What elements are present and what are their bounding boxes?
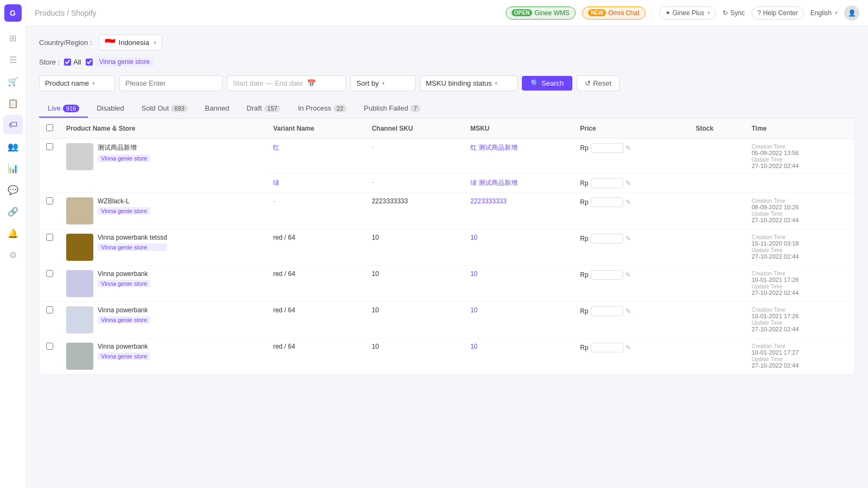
sync-button[interactable]: ↻ Sync <box>723 9 745 17</box>
tab-live[interactable]: Live 916 <box>39 100 88 118</box>
row1v1-edit-icon[interactable]: ✎ <box>626 144 631 152</box>
row6-select[interactable] <box>40 338 60 375</box>
sidebar-item-home[interactable]: ⊞ <box>3 28 23 48</box>
row5-edit-icon[interactable]: ✎ <box>626 307 631 315</box>
row1v2-edit-icon[interactable]: ✎ <box>626 179 631 187</box>
msku-binding-select[interactable]: MSKU binding status ▾ <box>420 75 518 91</box>
row3-variant: red / 64 <box>266 229 365 266</box>
row1v2-stock <box>690 174 745 193</box>
tab-in-process-label: In Process <box>298 104 331 112</box>
date-range-picker[interactable]: Start date — End date 📅 <box>227 75 346 91</box>
vinna-store-input[interactable] <box>86 59 93 66</box>
row2-price-input[interactable] <box>591 197 623 207</box>
all-stores-checkbox[interactable]: All <box>64 58 81 66</box>
row3-product-info: Vinna powerbank tetssd Vinna genie store <box>66 234 260 261</box>
tab-disabled-label: Disabled <box>97 104 124 112</box>
sidebar-item-menu[interactable]: ☰ <box>3 50 23 69</box>
row1-checkbox[interactable] <box>46 143 53 150</box>
products-table: Product Name & Store Variant Name Channe… <box>40 119 854 374</box>
row2-checkbox[interactable] <box>46 197 53 204</box>
row1v1-msku-link[interactable]: 红 测试商品新增 <box>470 144 518 151</box>
row6-price-input[interactable] <box>591 343 623 352</box>
search-button[interactable]: 🔍 Search <box>522 76 572 91</box>
col-channel-sku: Channel SKU <box>365 119 464 139</box>
row2-edit-icon[interactable]: ✎ <box>626 198 631 206</box>
vinna-store-checkbox[interactable]: Vinna genie store <box>86 57 154 67</box>
row1-product-cell: 测试商品新增 Vinna genie store <box>60 139 266 193</box>
row4-checkbox[interactable] <box>46 270 53 277</box>
sidebar-item-notifications[interactable]: 🔔 <box>3 223 23 243</box>
sidebar-item-orders[interactable]: 📋 <box>3 93 23 113</box>
product-tabs: Live 916 Disabled Sold Out 693 Banned Dr… <box>39 100 855 118</box>
reset-icon: ↺ <box>585 79 591 87</box>
row3-price-input[interactable] <box>591 234 623 243</box>
row3-checkbox[interactable] <box>46 234 53 241</box>
ginee-plus-button[interactable]: ✦ Ginee Plus ▾ <box>659 7 717 20</box>
row1v1-price-prefix: Rp <box>580 144 588 152</box>
search-bar: Product name ▾ Start date — End date 📅 S… <box>39 75 855 91</box>
tab-disabled[interactable]: Disabled <box>88 100 133 118</box>
row3-edit-icon[interactable]: ✎ <box>626 235 631 242</box>
row4-edit-icon[interactable]: ✎ <box>626 271 631 279</box>
row6-channel-sku: 10 <box>365 338 464 375</box>
row4-select[interactable] <box>40 266 60 302</box>
sidebar-item-analytics[interactable]: 📊 <box>3 158 23 178</box>
tab-publish-failed[interactable]: Publish Failed 7 <box>355 100 429 118</box>
row6-product-info: Vinna powerbank Vinna genie store <box>66 343 260 370</box>
row6-price-box: Rp ✎ <box>580 343 682 352</box>
row2-msku-link[interactable]: 2223333333 <box>470 197 507 205</box>
tab-banned[interactable]: Banned <box>196 100 238 118</box>
col-select-all[interactable] <box>40 119 60 139</box>
select-all-checkbox[interactable] <box>46 124 53 131</box>
row6-checkbox[interactable] <box>46 343 53 350</box>
row1v2-price-input[interactable] <box>591 178 623 188</box>
product-name-select[interactable]: Product name ▾ <box>39 75 115 91</box>
search-input[interactable] <box>119 75 222 91</box>
sidebar-item-users[interactable]: 👥 <box>3 137 23 156</box>
tab-in-process[interactable]: In Process 22 <box>289 100 355 118</box>
tab-publish-failed-count: 7 <box>410 105 420 112</box>
row5-price-input[interactable] <box>591 306 623 316</box>
row3-msku-link[interactable]: 10 <box>470 234 477 241</box>
country-selector[interactable]: 🇮🇩 Indonesia ▾ <box>99 35 162 50</box>
row1v2-msku-link[interactable]: 绿 测试商品新增 <box>470 179 518 187</box>
sidebar-item-settings[interactable]: ⚙ <box>3 245 23 265</box>
row4-store-badge: Vinna genie store <box>98 280 150 287</box>
sidebar-item-cart[interactable]: 🛒 <box>3 72 23 91</box>
row5-select[interactable] <box>40 302 60 338</box>
col-product-name: Product Name & Store <box>60 119 266 139</box>
sort-by-select[interactable]: Sort by ▾ <box>350 75 416 91</box>
user-avatar[interactable]: 👤 <box>844 5 859 21</box>
tab-draft[interactable]: Draft 157 <box>238 100 290 118</box>
row5-product-img <box>66 306 93 333</box>
row2-creation-label: Creation Time <box>752 198 786 204</box>
tab-sold-out-label: Sold Out <box>142 104 169 112</box>
row5-msku-link[interactable]: 10 <box>470 306 477 314</box>
sidebar-item-products[interactable]: 🏷 <box>3 115 23 134</box>
nav-right: ✦ Ginee Plus ▾ ↻ Sync ? Help Center Engl… <box>659 5 859 21</box>
country-value: Indonesia <box>119 38 149 47</box>
row6-edit-icon[interactable]: ✎ <box>626 344 631 351</box>
row2-select[interactable] <box>40 193 60 229</box>
ginee-wms-button[interactable]: OPEN Ginee WMS <box>506 7 576 20</box>
row4-msku-link[interactable]: 10 <box>470 270 477 278</box>
sidebar-item-chat[interactable]: 💬 <box>3 180 23 200</box>
row1-select[interactable] <box>40 139 60 193</box>
row5-checkbox[interactable] <box>46 306 53 313</box>
sidebar-item-integrations[interactable]: 🔗 <box>3 202 23 221</box>
row4-stock <box>690 266 745 302</box>
omni-chat-button[interactable]: NEW Omni Chat <box>582 7 646 20</box>
reset-button[interactable]: ↺ Reset <box>577 75 620 91</box>
ginee-plus-chevron: ▾ <box>707 10 710 16</box>
row4-product-name: Vinna powerbank <box>98 270 150 278</box>
help-center-button[interactable]: ? Help Center <box>751 7 804 20</box>
row4-price-input[interactable] <box>591 270 623 280</box>
all-stores-input[interactable] <box>64 59 71 66</box>
tab-sold-out[interactable]: Sold Out 693 <box>133 100 196 118</box>
row3-select[interactable] <box>40 229 60 266</box>
row2-msku: 2223333333 <box>464 193 573 229</box>
row6-msku-link[interactable]: 10 <box>470 343 477 350</box>
language-selector[interactable]: English ▾ <box>810 9 838 17</box>
row1v1-price-input[interactable] <box>591 143 623 153</box>
row1v1-update-date: 27-10-2022 02:44 <box>752 163 848 169</box>
